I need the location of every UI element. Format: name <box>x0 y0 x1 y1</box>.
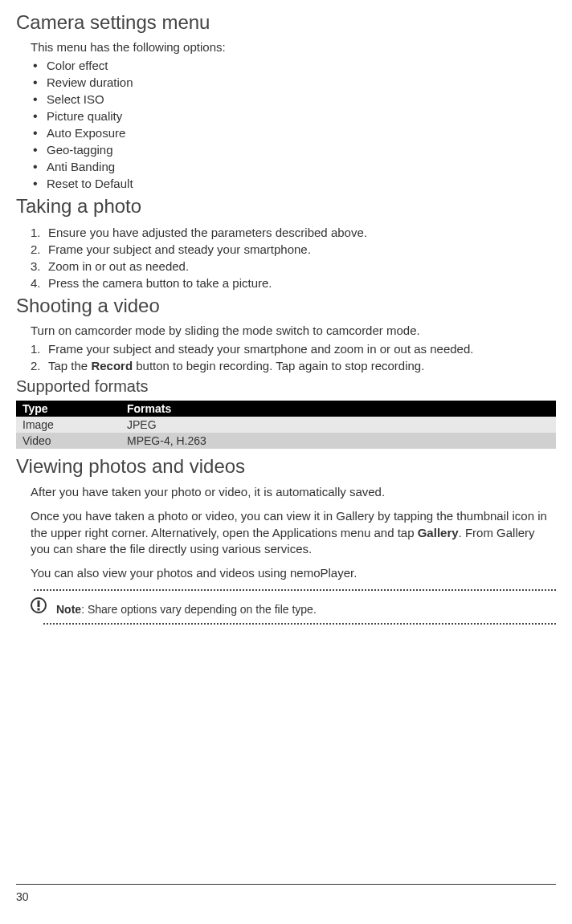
list-item: Ensure you have adjusted the parameters … <box>31 224 556 241</box>
heading-camera-settings: Camera settings menu <box>16 11 556 34</box>
list-item: Reset to Default <box>31 175 556 192</box>
list-item: Picture quality <box>31 108 556 124</box>
table-cell: Video <box>16 433 121 449</box>
text: button to begin recording. Tap again to … <box>133 359 424 372</box>
table-cell: Image <box>16 417 121 433</box>
heading-supported-formats: Supported formats <box>16 377 556 396</box>
heading-taking-photo: Taking a photo <box>16 195 556 218</box>
taking-photo-steps: Ensure you have adjusted the parameters … <box>31 224 556 291</box>
table-row: Video MPEG-4, H.263 <box>16 433 556 449</box>
camera-settings-list: Color effect Review duration Select ISO … <box>31 57 556 192</box>
shooting-video-steps: Frame your subject and steady your smart… <box>31 340 556 374</box>
list-item: Geo-tagging <box>31 141 556 158</box>
note-bottom-border <box>43 623 556 625</box>
note-label: Note <box>56 603 81 616</box>
gallery-label: Gallery <box>418 526 459 539</box>
heading-shooting-video: Shooting a video <box>16 295 556 317</box>
list-item: Frame your subject and steady your smart… <box>31 241 556 258</box>
page-number: 30 <box>16 890 29 903</box>
table-cell: MPEG-4, H.263 <box>121 433 556 449</box>
list-item: Auto Exposure <box>31 124 556 141</box>
list-item: Color effect <box>31 57 556 74</box>
record-label: Record <box>91 359 133 372</box>
viewing-para3: You can also view your photos and videos… <box>31 565 556 581</box>
list-item: Press the camera button to take a pictur… <box>31 275 556 291</box>
list-item: Tap the Record button to begin recording… <box>31 357 556 374</box>
text: : Share options vary depending on the fi… <box>81 603 317 616</box>
formats-table: Type Formats Image JPEG Video MPEG-4, H.… <box>16 401 556 449</box>
table-row: Image JPEG <box>16 417 556 433</box>
list-item: Review duration <box>31 74 556 91</box>
svg-rect-2 <box>38 609 40 611</box>
table-header: Formats <box>121 401 556 417</box>
note-top-border <box>34 589 556 591</box>
page-footer: 30 <box>16 884 556 904</box>
table-cell: JPEG <box>121 417 556 433</box>
list-item: Select ISO <box>31 91 556 108</box>
svg-rect-1 <box>38 600 40 607</box>
viewing-para1: After you have taken your photo or video… <box>31 484 556 500</box>
list-item: Zoom in or out as needed. <box>31 258 556 275</box>
alert-icon <box>31 597 47 617</box>
list-item: Frame your subject and steady your smart… <box>31 340 556 357</box>
list-item: Anti Banding <box>31 158 556 175</box>
table-header: Type <box>16 401 121 417</box>
heading-viewing-photos: Viewing photos and videos <box>16 455 556 478</box>
shooting-video-intro: Turn on camcorder mode by sliding the mo… <box>31 324 556 337</box>
viewing-para2: Once you have taken a photo or video, yo… <box>31 508 556 557</box>
note-box: Note: Share options vary depending on th… <box>34 596 556 623</box>
note-content: Note: Share options vary depending on th… <box>56 603 317 616</box>
intro-text: This menu has the following options: <box>31 40 556 54</box>
text: Tap the <box>48 359 91 372</box>
